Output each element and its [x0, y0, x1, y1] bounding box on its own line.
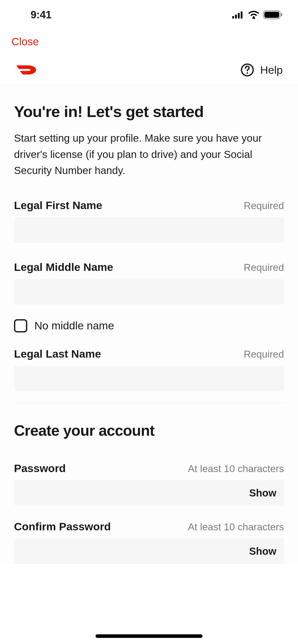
- last-name-hint: Required: [244, 349, 284, 360]
- checkbox-box-icon: [14, 319, 27, 332]
- cellular-icon: [232, 11, 245, 19]
- wifi-icon: [248, 11, 259, 19]
- svg-rect-1: [235, 14, 237, 19]
- middle-name-label: Legal Middle Name: [14, 261, 113, 273]
- middle-name-input[interactable]: [14, 279, 284, 304]
- create-account-title: Create your account: [14, 422, 284, 439]
- status-bar: 9:41: [0, 0, 298, 25]
- confirm-password-label: Confirm Password: [14, 520, 111, 533]
- first-name-label: Legal First Name: [14, 199, 102, 212]
- password-field: Password At least 10 characters Show: [14, 462, 284, 506]
- page-title: You're in! Let's get started: [14, 103, 284, 121]
- middle-name-hint: Required: [244, 262, 284, 273]
- help-button[interactable]: Help: [240, 63, 283, 77]
- battery-icon: [263, 10, 283, 19]
- middle-name-field: Legal Middle Name Required: [14, 261, 284, 304]
- svg-rect-3: [241, 11, 242, 19]
- header-bar: Help: [0, 55, 298, 86]
- confirm-password-hint: At least 10 characters: [188, 521, 284, 533]
- confirm-password-input[interactable]: [14, 538, 284, 564]
- status-icons: [232, 10, 283, 19]
- help-icon: [240, 63, 254, 77]
- confirm-password-field: Confirm Password At least 10 characters …: [14, 520, 284, 564]
- svg-point-9: [247, 72, 248, 74]
- help-label: Help: [260, 64, 283, 76]
- home-indicator[interactable]: [96, 634, 202, 638]
- page-subtitle: Start setting up your profile. Make sure…: [14, 130, 284, 179]
- no-middle-name-checkbox[interactable]: No middle name: [14, 319, 284, 332]
- first-name-hint: Required: [244, 200, 284, 211]
- svg-rect-2: [238, 13, 240, 19]
- password-hint: At least 10 characters: [188, 463, 284, 474]
- last-name-label: Legal Last Name: [14, 348, 101, 360]
- close-button[interactable]: Close: [11, 36, 39, 48]
- password-label: Password: [14, 462, 66, 475]
- content-area: You're in! Let's get started Start setti…: [0, 86, 298, 564]
- svg-rect-6: [264, 12, 279, 18]
- first-name-input[interactable]: [14, 217, 284, 243]
- show-confirm-password-button[interactable]: Show: [249, 545, 276, 557]
- status-time: 9:41: [31, 9, 51, 21]
- last-name-input[interactable]: [14, 366, 284, 391]
- svg-point-4: [253, 16, 255, 18]
- doordash-logo: [15, 63, 38, 77]
- section-divider: [14, 403, 284, 403]
- password-input[interactable]: [14, 480, 284, 506]
- svg-rect-0: [232, 16, 234, 19]
- no-middle-name-label: No middle name: [34, 319, 114, 332]
- last-name-field: Legal Last Name Required: [14, 348, 284, 391]
- nav-bar: Close: [0, 25, 298, 55]
- show-password-button[interactable]: Show: [249, 487, 276, 499]
- first-name-field: Legal First Name Required: [14, 199, 284, 243]
- svg-rect-7: [281, 13, 282, 16]
